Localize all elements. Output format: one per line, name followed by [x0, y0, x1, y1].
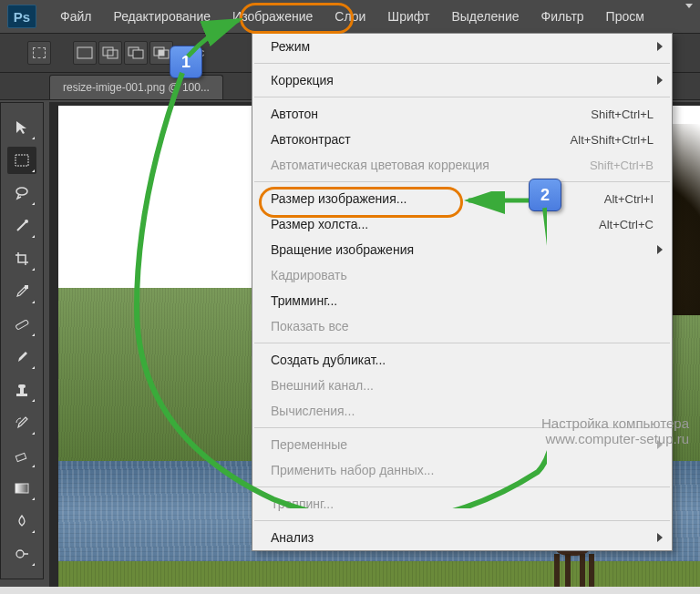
- svg-rect-18: [18, 384, 26, 388]
- sel-int-icon: [153, 46, 170, 59]
- svg-rect-20: [15, 484, 28, 493]
- dodge-icon: [14, 546, 30, 562]
- svg-point-11: [16, 188, 27, 195]
- menu-trim-label: Тримминг...: [271, 293, 337, 308]
- blur-icon: [14, 513, 30, 529]
- marquee-tool[interactable]: [7, 147, 36, 174]
- menu-duplicate[interactable]: Создать дубликат...: [252, 347, 672, 373]
- menu-separator: [254, 97, 670, 97]
- menu-apply-image: Внешний канал...: [252, 373, 672, 398]
- sel-add-icon: [102, 46, 118, 59]
- selection-new-btn[interactable]: [73, 41, 97, 65]
- submenu-arrow-icon: [657, 245, 663, 254]
- menu-apply-image-label: Внешний канал...: [271, 378, 374, 393]
- menu-duplicate-label: Создать дубликат...: [271, 353, 386, 367]
- menu-type[interactable]: Шрифт: [376, 2, 440, 31]
- gradient-tool[interactable]: [7, 475, 36, 502]
- healing-brush-tool[interactable]: [7, 311, 36, 338]
- menu-analysis-label: Анализ: [271, 530, 314, 545]
- svg-marker-0: [685, 4, 693, 8]
- history-brush-tool[interactable]: [7, 409, 36, 436]
- menu-select[interactable]: Выделение: [440, 2, 530, 31]
- annotation-highlight-1: [240, 3, 354, 34]
- svg-point-13: [25, 220, 28, 223]
- menu-autocolor-label: Автоматическая цветовая коррекция: [271, 158, 489, 172]
- brush-icon: [14, 349, 30, 365]
- submenu-arrow-icon: [657, 76, 663, 85]
- menu-apply-dataset-label: Применить набор данных...: [271, 463, 434, 477]
- menu-separator: [254, 486, 670, 487]
- shortcut-text: Alt+Shift+Ctrl+L: [571, 133, 654, 147]
- menu-separator: [254, 63, 670, 64]
- clone-stamp-tool[interactable]: [7, 376, 36, 404]
- lasso-tool[interactable]: [7, 179, 36, 207]
- watermark: Настройка компьютера www.computer-setup.…: [541, 415, 689, 446]
- selection-subtract-btn[interactable]: [124, 41, 148, 65]
- svg-rect-8: [159, 50, 164, 56]
- toolbox: [0, 102, 44, 579]
- svg-rect-19: [15, 453, 26, 461]
- shortcut-text: Alt+Ctrl+C: [599, 218, 654, 231]
- eraser-tool[interactable]: [7, 442, 36, 469]
- menu-adjustments[interactable]: Коррекция: [252, 67, 672, 93]
- menu-analysis[interactable]: Анализ: [252, 525, 672, 550]
- image-foreground: [58, 561, 700, 587]
- svg-rect-16: [16, 394, 27, 396]
- history-brush-icon: [14, 415, 30, 431]
- lasso-icon: [14, 185, 30, 201]
- menu-autocontrast-label: Автоконтраст: [271, 132, 351, 147]
- blur-tool[interactable]: [7, 507, 36, 535]
- menu-autotone[interactable]: АвтотонShift+Ctrl+L: [252, 101, 672, 127]
- menu-canvas-size-label: Размер холста...: [271, 217, 368, 231]
- annotation-badge-2: 2: [529, 179, 561, 211]
- shortcut-text: Alt+Ctrl+I: [604, 192, 654, 206]
- menu-autotone-label: Автотон: [271, 107, 318, 121]
- menu-adjustments-label: Коррекция: [271, 73, 334, 87]
- photoshop-window: Ps Файл Редактирование Изображение Слои …: [0, 0, 700, 587]
- annotation-highlight-2: [259, 187, 463, 218]
- menu-variables-label: Переменные: [271, 437, 347, 452]
- eyedropper-tool[interactable]: [7, 278, 36, 305]
- submenu-arrow-icon: [657, 533, 663, 542]
- svg-rect-17: [20, 388, 24, 394]
- menu-image-rotation-label: Вращение изображения: [271, 242, 414, 257]
- marquee-icon: [33, 47, 46, 58]
- menu-image-rotation[interactable]: Вращение изображения: [252, 237, 672, 262]
- brush-tool[interactable]: [7, 343, 36, 371]
- svg-rect-10: [15, 155, 28, 166]
- menu-file[interactable]: Файл: [49, 2, 102, 31]
- svg-point-21: [16, 550, 24, 558]
- sel-sub-icon: [128, 46, 144, 59]
- selection-add-btn[interactable]: [98, 41, 122, 65]
- shortcut-text: Shift+Ctrl+L: [591, 108, 654, 121]
- svg-marker-9: [16, 121, 26, 134]
- menu-crop-label: Кадрировать: [271, 268, 347, 282]
- menu-calculations-label: Вычисления...: [271, 404, 355, 418]
- menu-reveal-all: Показать все: [252, 313, 672, 339]
- move-tool[interactable]: [7, 114, 36, 141]
- wand-icon: [14, 218, 30, 234]
- bandaid-icon: [14, 316, 30, 333]
- dodge-tool[interactable]: [7, 540, 36, 568]
- menu-view[interactable]: Просм: [595, 2, 655, 31]
- crop-tool[interactable]: [7, 245, 36, 272]
- svg-rect-5: [133, 50, 143, 58]
- crop-icon: [14, 251, 30, 267]
- menu-trim[interactable]: Тримминг...: [252, 288, 672, 313]
- image-menu-dropdown: Режим Коррекция АвтотонShift+Ctrl+L Авто…: [252, 33, 673, 551]
- menu-filter[interactable]: Фильтр: [530, 2, 595, 31]
- eraser-icon: [14, 447, 30, 464]
- menu-edit[interactable]: Редактирование: [102, 2, 221, 31]
- magic-wand-tool[interactable]: [7, 212, 36, 240]
- submenu-arrow-icon: [657, 42, 663, 51]
- svg-rect-15: [15, 320, 29, 330]
- menu-mode-label: Режим: [271, 39, 310, 54]
- svg-rect-1: [77, 47, 92, 58]
- document-tab[interactable]: resize-imige-001.png @ 100...: [49, 75, 223, 99]
- app-logo[interactable]: Ps: [7, 5, 36, 28]
- chevron-down-icon: [685, 4, 693, 9]
- menu-mode[interactable]: Режим: [252, 34, 672, 59]
- gradient-icon: [14, 480, 30, 497]
- menu-autocontrast[interactable]: АвтоконтрастAlt+Shift+Ctrl+L: [252, 127, 672, 152]
- selection-preset-btn[interactable]: [27, 41, 51, 65]
